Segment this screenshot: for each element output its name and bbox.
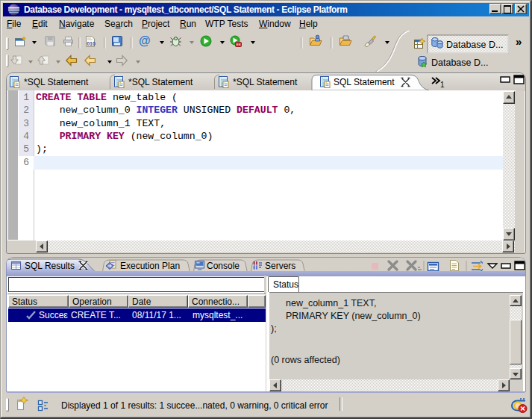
- svg-text:Console: Console: [207, 261, 240, 271]
- svg-text:010: 010: [87, 41, 96, 46]
- svg-text:Database D...: Database D...: [431, 58, 488, 68]
- svg-text:1: 1: [440, 81, 445, 89]
- svg-text:»: »: [516, 35, 522, 48]
- svg-text:*SQL Statement: *SQL Statement: [233, 77, 298, 87]
- svg-text:@: @: [139, 34, 151, 47]
- svg-text:Database D...: Database D...: [446, 40, 503, 50]
- svg-text:*SQL Statement: *SQL Statement: [128, 77, 193, 87]
- svg-text:*SQL Statement: *SQL Statement: [24, 77, 89, 87]
- svg-text:Servers: Servers: [265, 261, 295, 271]
- svg-text:SQL Statement: SQL Statement: [334, 77, 395, 87]
- svg-text:Execution Plan: Execution Plan: [120, 261, 180, 271]
- svg-text:SQL Results: SQL Results: [25, 261, 75, 271]
